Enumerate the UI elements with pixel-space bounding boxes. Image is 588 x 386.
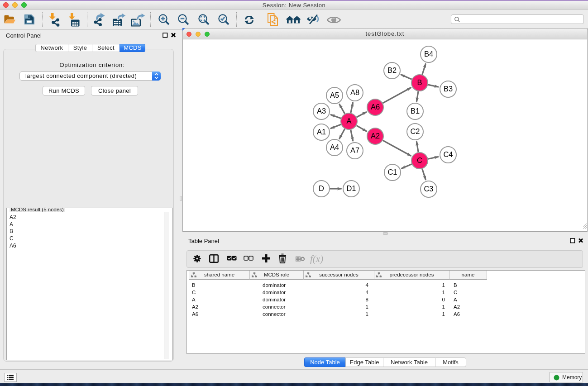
svg-text:B4: B4 [424,50,433,58]
svg-text:A6: A6 [371,103,380,111]
svg-text:A8: A8 [350,88,359,96]
svg-text:D: D [319,184,324,192]
svg-text:C: C [417,156,422,164]
svg-text:B: B [417,78,422,86]
svg-text:A1: A1 [317,128,326,136]
svg-text:B3: B3 [444,85,453,93]
svg-text:A2: A2 [371,132,380,140]
svg-text:A4: A4 [330,143,339,151]
svg-text:B2: B2 [387,66,397,74]
svg-text:C3: C3 [424,185,433,193]
svg-text:A7: A7 [350,146,359,154]
svg-text:C2: C2 [410,127,420,135]
svg-text:C1: C1 [387,168,397,176]
svg-text:D1: D1 [346,184,356,192]
svg-text:A: A [346,117,351,125]
svg-text:A5: A5 [330,91,339,99]
svg-text:A3: A3 [317,107,326,115]
svg-text:B1: B1 [411,107,420,115]
svg-text:C4: C4 [443,150,453,158]
